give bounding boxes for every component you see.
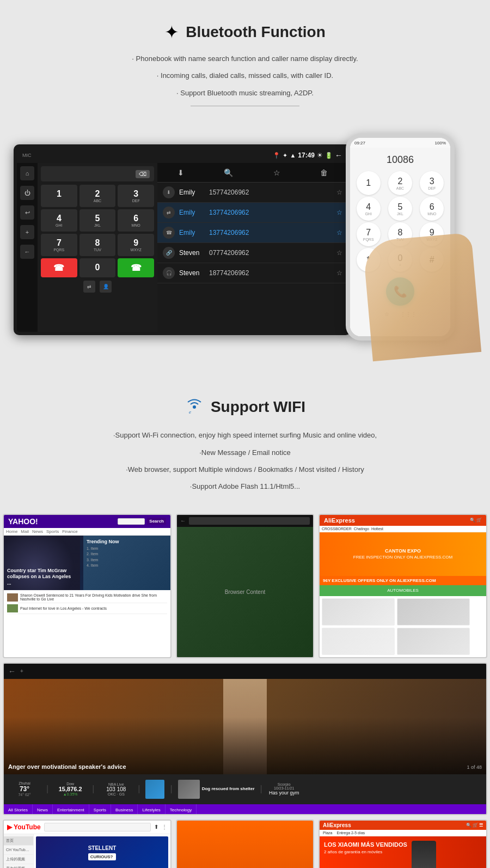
youtube-upload-icon[interactable]: ⬆ bbox=[154, 824, 158, 830]
phone-key-1[interactable]: 1 bbox=[357, 171, 381, 195]
news-text-2: Paul Internet for love in Los Angeles - … bbox=[20, 606, 107, 610]
phone-key-4[interactable]: 4GHI bbox=[357, 197, 381, 221]
vol-down-icon[interactable]: ← bbox=[20, 245, 34, 259]
yt-sidebar-home[interactable]: 首页 bbox=[4, 836, 33, 846]
dial-key-3[interactable]: 3DEF bbox=[118, 185, 154, 207]
tab-sports[interactable]: Sports bbox=[89, 804, 111, 815]
star-tool-icon[interactable]: ☆ bbox=[273, 168, 280, 177]
news-vol-icon[interactable]: + bbox=[20, 668, 23, 674]
ali-nav-3[interactable]: Hottest bbox=[371, 527, 383, 531]
ali-bot-logo: AliExpress bbox=[323, 822, 351, 828]
yt-sidebar-channel[interactable]: CH YouTube频道 bbox=[4, 846, 33, 855]
dial-key-5[interactable]: 5JKL bbox=[79, 209, 116, 232]
ali-product-3 bbox=[322, 628, 395, 655]
ticker-astro-question: Has your gym bbox=[268, 790, 301, 796]
contact-item-steven-1[interactable]: 🔗 Steven 07774206962 ☆ bbox=[157, 243, 348, 263]
screenshots-row-1: YAHOO! Search Home Mail News Sports Fina… bbox=[3, 514, 487, 658]
dial-key-1[interactable]: 1 bbox=[41, 185, 77, 207]
youtube-screenshot: ▶ YouTube ⬆ ⋮ 首页 CH YouTube频道 上传的视频 喜欢的视… bbox=[3, 820, 171, 868]
backspace-button[interactable]: ⌫ bbox=[136, 170, 150, 178]
yahoo-nav-finance[interactable]: Finance bbox=[62, 529, 77, 534]
yahoo-nav-news[interactable]: News bbox=[32, 529, 43, 534]
ticker-stock: Dow 15,876.2 ▲0.35% bbox=[54, 782, 87, 796]
youtube-search-box[interactable] bbox=[44, 823, 151, 831]
yahoo-nav-home[interactable]: Home bbox=[6, 529, 17, 534]
tab-news[interactable]: News bbox=[33, 804, 53, 815]
yahoo-nav-sports[interactable]: Sports bbox=[46, 529, 59, 534]
bluetooth-demo: MIC 📍 ✦ ▲ 17:49 ☀ 🔋 ← ⌂ ⏻ ↩ + bbox=[14, 128, 476, 357]
tab-all-stories[interactable]: All Stories bbox=[4, 804, 33, 815]
ticker-stock-change: ▲0.35% bbox=[54, 792, 87, 796]
yahoo-news-item-1[interactable]: Sharon Oswell Sentenced to 21 Years For … bbox=[7, 592, 167, 603]
yahoo-search-box[interactable] bbox=[118, 518, 145, 525]
phone-key-6[interactable]: 6MNO bbox=[420, 197, 444, 221]
browser-content-text: Browser Content bbox=[225, 589, 265, 595]
dial-key-7[interactable]: 7PQRS bbox=[41, 234, 77, 256]
phone-key-3[interactable]: 3DEF bbox=[420, 171, 444, 195]
phone-key-7[interactable]: 7PQRS bbox=[357, 222, 381, 246]
url-bar[interactable] bbox=[189, 517, 310, 525]
back-nav-icon[interactable]: ↩ bbox=[20, 205, 34, 220]
phone-key-2[interactable]: 2ABC bbox=[388, 171, 412, 195]
tab-business[interactable]: Business bbox=[111, 804, 138, 815]
wifi-feature-1: ·Support Wi-Fi connection, enjoy high sp… bbox=[11, 429, 479, 441]
call-answer-button[interactable]: ☎ bbox=[118, 258, 154, 277]
contacts-icon[interactable]: 👤 bbox=[100, 281, 112, 293]
ali-product-1 bbox=[322, 598, 395, 626]
news-back-icon[interactable]: ← bbox=[8, 667, 16, 676]
contact-name-1: Emily bbox=[179, 189, 209, 196]
ali-bot-nav-2[interactable]: Entrega 2-5 días bbox=[337, 831, 365, 835]
ali-nav-2[interactable]: Chatingo bbox=[354, 527, 369, 531]
news-hero: Anger over motivational speaker's advice… bbox=[4, 679, 486, 774]
browser-back[interactable]: ← bbox=[180, 518, 186, 524]
middle-top-screenshot: ← Browser Content bbox=[176, 514, 314, 658]
yahoo-nav-mail[interactable]: Mail bbox=[21, 529, 29, 534]
youtube-menu-icon[interactable]: ⋮ bbox=[162, 824, 167, 830]
vol-icon[interactable]: + bbox=[20, 225, 34, 239]
phone-status-bar: 09:27 100% bbox=[350, 138, 450, 148]
ticker-nba-score: 103 108 bbox=[100, 786, 132, 792]
bluetooth-feature-3: · Support Bluetooth music streaming, A2D… bbox=[11, 87, 479, 99]
call-end-button[interactable]: ☎ bbox=[41, 258, 77, 277]
ali-expo-text: CANTON EXPO bbox=[353, 548, 452, 554]
news-text-1: Sharon Oswell Sentenced to 21 Years For … bbox=[20, 593, 167, 601]
ali-nav-1[interactable]: CROSSBORDER bbox=[322, 527, 352, 531]
yt-sidebar-uploads[interactable]: 上传的视频 bbox=[4, 855, 33, 864]
tab-technology[interactable]: Technology bbox=[166, 804, 197, 815]
contact-item-steven-2[interactable]: 🎧 Steven 18774206962 ☆ bbox=[157, 263, 348, 283]
yahoo-search-btn[interactable]: Search bbox=[147, 518, 166, 525]
ali-bot-sub: 2 años de garantía en móviles bbox=[324, 849, 407, 855]
ali-bot-icons: 🔍 🛒 ☰ bbox=[466, 823, 483, 828]
dial-key-0[interactable]: 0 bbox=[79, 258, 116, 277]
tab-lifestyles[interactable]: Lifestyles bbox=[138, 804, 165, 815]
download-tool-icon[interactable]: ⬇ bbox=[177, 168, 184, 177]
ticker-div-5: | bbox=[260, 784, 262, 794]
dial-key-9[interactable]: 9WXYZ bbox=[118, 234, 154, 256]
search-tool-icon[interactable]: 🔍 bbox=[224, 168, 233, 177]
dial-key-4[interactable]: 4GHI bbox=[41, 209, 77, 232]
dial-key-6[interactable]: 6MNO bbox=[118, 209, 154, 232]
contact-type-download: ⬇ bbox=[163, 186, 175, 198]
contact-item-emily-2[interactable]: ⇄ Emily 13774206962 ☆ bbox=[157, 203, 348, 223]
home-icon[interactable]: ⌂ bbox=[20, 166, 34, 180]
delete-tool-icon[interactable]: 🗑 bbox=[320, 168, 328, 177]
middle-bottom-screenshot: AliExpress bbox=[176, 820, 314, 868]
exchange-icon[interactable]: ⇄ bbox=[83, 281, 95, 293]
ali-bot-nav-1[interactable]: Plaza bbox=[323, 831, 333, 835]
yt-sidebar-liked[interactable]: 喜欢的视频 bbox=[4, 864, 33, 868]
ali-banner: CANTON EXPO FREE INSPECTION ONLY ON ALIE… bbox=[320, 532, 486, 576]
news-screen: ← + Anger over motivational speaker's ad… bbox=[4, 664, 486, 815]
yahoo-news-item-2[interactable]: Paul Internet for love in Los Angeles - … bbox=[7, 603, 167, 614]
dial-key-8[interactable]: 8TUV bbox=[79, 234, 116, 256]
phone-key-5[interactable]: 5JKL bbox=[388, 197, 412, 221]
browser-toolbar: ← bbox=[177, 515, 313, 527]
screenshots-row-2: ← + Anger over motivational speaker's ad… bbox=[3, 663, 487, 815]
power-icon[interactable]: ⏻ bbox=[20, 186, 34, 200]
ali-top-nav: CROSSBORDER Chatingo Hottest bbox=[320, 526, 486, 532]
contact-item-emily-1[interactable]: ⬇ Emily 15774206962 ☆ bbox=[157, 183, 348, 203]
dial-key-2[interactable]: 2ABC bbox=[79, 185, 116, 207]
yahoo-screenshot: YAHOO! Search Home Mail News Sports Fina… bbox=[3, 514, 171, 658]
tab-entertainment[interactable]: Entertainment bbox=[53, 804, 89, 815]
yt-curious-label: CURIOUS? bbox=[88, 853, 117, 860]
contact-item-emily-3[interactable]: ☎ Emily 13774206962 ☆ bbox=[157, 223, 348, 243]
